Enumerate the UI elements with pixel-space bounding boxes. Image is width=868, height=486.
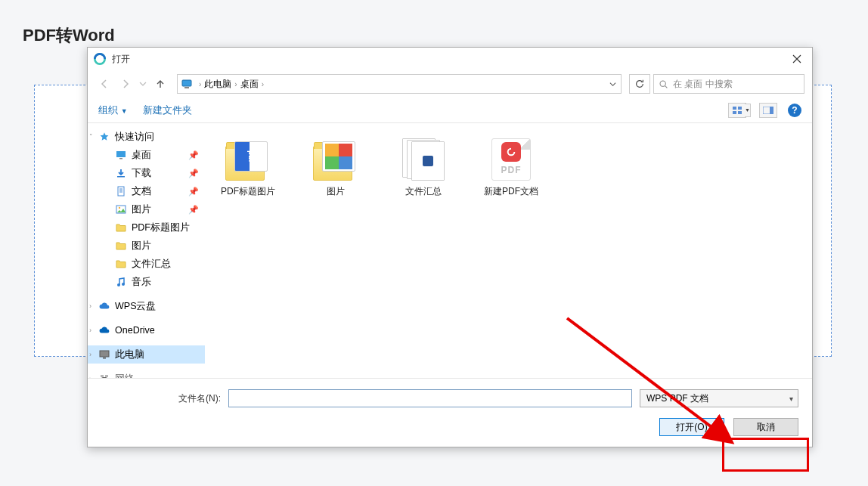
pin-icon: 📌 — [188, 187, 199, 197]
file-item[interactable]: PDF 新建PDF文档 — [477, 138, 545, 198]
filename-input[interactable] — [228, 389, 632, 407]
nav-back-button[interactable] — [95, 75, 113, 93]
folder-icon — [115, 240, 127, 252]
file-label: PDF标题图片 — [221, 185, 275, 198]
sidebar-music[interactable]: 音乐 — [104, 273, 205, 291]
sidebar-this-pc[interactable]: › 此电脑 — [88, 345, 205, 364]
help-button[interactable]: ? — [788, 104, 801, 117]
document-icon — [115, 185, 127, 197]
svg-rect-7 — [738, 111, 742, 114]
pc-icon — [181, 78, 193, 90]
preview-pane-button[interactable] — [759, 103, 777, 118]
breadcrumb-root[interactable]: 此电脑 — [204, 78, 231, 91]
file-label: 新建PDF文档 — [484, 185, 538, 198]
download-icon — [115, 167, 127, 179]
dialog-title: 打开 — [112, 53, 782, 66]
nav-row: › 此电脑 › 桌面 › 在 桌面 中搜索 — [88, 70, 812, 98]
file-open-dialog: 打开 › 此电脑 › — [87, 47, 813, 447]
sidebar-network[interactable]: › 网络 — [88, 370, 205, 378]
sidebar-documents[interactable]: 文档📌 — [104, 182, 205, 200]
new-folder-button[interactable]: 新建文件夹 — [143, 104, 192, 117]
sidebar-onedrive[interactable]: › OneDrive — [88, 321, 205, 339]
titlebar: 打开 — [88, 48, 812, 70]
breadcrumb[interactable]: › 此电脑 › 桌面 › — [177, 74, 622, 94]
cloud-icon — [98, 300, 110, 312]
svg-point-3 — [660, 81, 665, 86]
svg-rect-9 — [770, 107, 773, 114]
edge-icon — [94, 53, 106, 65]
close-button[interactable] — [782, 48, 812, 70]
dialog-footer: 文件名(N): WPS PDF 文档 打开(O) 取消 — [88, 378, 812, 447]
svg-rect-5 — [738, 107, 742, 110]
svg-rect-18 — [100, 351, 109, 357]
breadcrumb-sep: › — [231, 80, 240, 88]
sidebar-folder-files[interactable]: 文件汇总 — [104, 255, 205, 273]
svg-rect-20 — [101, 375, 104, 377]
music-icon — [115, 276, 127, 288]
search-placeholder: 在 桌面 中搜索 — [673, 78, 733, 91]
page-title: PDF转Word — [23, 24, 115, 47]
pdf-file-icon: PDF — [491, 138, 531, 181]
filetype-select[interactable]: WPS PDF 文档 — [640, 389, 798, 407]
breadcrumb-dropdown[interactable] — [605, 81, 621, 88]
file-item[interactable]: pdf PDF标题图片 — [214, 138, 282, 198]
svg-rect-1 — [182, 80, 191, 86]
sidebar: ˅ 快速访问 桌面📌 下载📌 文档📌 — [88, 123, 205, 378]
nav-forward-button[interactable] — [116, 75, 135, 93]
nav-recent-dropdown[interactable] — [138, 75, 148, 93]
sidebar-folder-pdf[interactable]: PDF标题图片 — [104, 218, 205, 237]
desktop-icon — [115, 149, 127, 161]
toolbar: 组织 ▼ 新建文件夹 ▼ ? — [88, 98, 812, 123]
search-input[interactable]: 在 桌面 中搜索 — [653, 74, 804, 94]
pc-icon — [98, 348, 110, 361]
svg-rect-2 — [184, 87, 189, 88]
star-icon — [98, 131, 110, 143]
pin-icon: 📌 — [188, 169, 199, 178]
network-icon — [98, 373, 110, 378]
svg-rect-12 — [117, 176, 125, 178]
sidebar-quick-access[interactable]: ˅ 快速访问 — [88, 128, 205, 146]
svg-rect-13 — [118, 187, 124, 196]
svg-rect-21 — [105, 375, 108, 377]
pin-icon: 📌 — [188, 205, 199, 215]
svg-rect-10 — [116, 151, 126, 157]
svg-rect-4 — [733, 107, 736, 110]
sidebar-pictures[interactable]: 图片📌 — [104, 200, 205, 218]
nav-up-button[interactable] — [151, 75, 169, 93]
file-label: 文件汇总 — [405, 185, 442, 198]
svg-point-17 — [122, 283, 125, 286]
folder-icon — [115, 221, 127, 234]
folder-icon — [115, 258, 127, 270]
breadcrumb-sep: › — [196, 80, 204, 88]
svg-rect-19 — [103, 358, 106, 359]
folder-thumbnail-icon: pdf — [234, 141, 268, 172]
organize-menu[interactable]: 组织 ▼ — [98, 104, 128, 117]
cancel-button[interactable]: 取消 — [733, 418, 798, 436]
pin-icon: 📌 — [188, 150, 199, 160]
file-item[interactable]: 文件汇总 — [389, 138, 457, 198]
sidebar-wps-cloud[interactable]: › WPS云盘 — [88, 297, 205, 315]
view-mode-button[interactable]: ▼ — [728, 103, 746, 118]
open-button[interactable]: 打开(O) — [659, 418, 724, 436]
file-item[interactable]: 图片 — [302, 138, 370, 198]
svg-point-16 — [117, 283, 120, 286]
svg-rect-6 — [733, 111, 736, 114]
search-icon — [659, 79, 668, 89]
picture-icon — [115, 203, 127, 215]
breadcrumb-current[interactable]: 桌面 — [240, 78, 259, 91]
svg-rect-11 — [119, 158, 122, 159]
refresh-button[interactable] — [629, 74, 650, 94]
folder-thumbnail-icon — [401, 138, 446, 181]
breadcrumb-sep: › — [259, 80, 267, 88]
filename-label: 文件名(N): — [178, 392, 221, 405]
svg-point-15 — [119, 207, 120, 209]
onedrive-icon — [98, 324, 110, 336]
sidebar-folder-pics[interactable]: 图片 — [104, 237, 205, 255]
sidebar-desktop[interactable]: 桌面📌 — [104, 146, 205, 164]
file-list[interactable]: pdf PDF标题图片 图片 文件汇总 — [205, 123, 812, 378]
sidebar-downloads[interactable]: 下载📌 — [104, 164, 205, 182]
file-label: 图片 — [327, 185, 345, 198]
folder-thumbnail-icon — [322, 141, 355, 172]
